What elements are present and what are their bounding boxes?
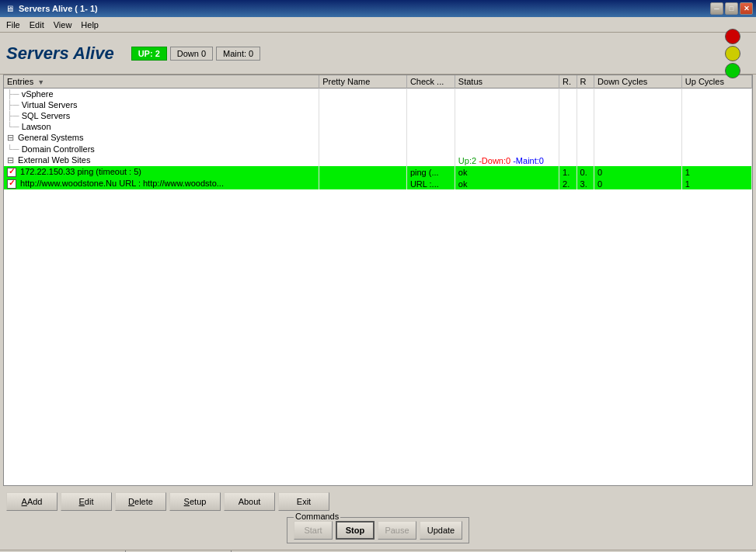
col-header-status[interactable]: Status	[455, 75, 559, 89]
about-button[interactable]: About	[224, 492, 275, 511]
status-badges: UP: 2 Down 0 Maint: 0	[131, 47, 261, 61]
sort-arrow-entries: ▼	[37, 78, 44, 86]
down-ping: 0	[594, 166, 682, 178]
r2-url: 3.	[577, 178, 594, 189]
status-ping: ok	[455, 166, 559, 178]
check-url: URL :...	[406, 178, 455, 189]
up-ping: 1	[681, 166, 751, 178]
toolbar: Servers Alive UP: 2 Down 0 Maint: 0	[0, 33, 756, 75]
badge-maint: Maint: 0	[216, 47, 260, 61]
commands-label: Commands	[294, 512, 340, 521]
stop-button[interactable]: Stop	[336, 521, 375, 540]
check-ping: ping (...	[406, 166, 455, 178]
checkbox-ping[interactable]	[7, 168, 16, 177]
traffic-light	[725, 29, 744, 78]
checkbox-url[interactable]	[7, 179, 16, 189]
tree-line-icon: ├─	[7, 89, 22, 99]
pretty-ping	[319, 166, 407, 178]
update-button[interactable]: Update	[420, 521, 462, 540]
col-header-down[interactable]: Down Cycles	[594, 75, 682, 89]
light-red	[725, 29, 740, 44]
edit-button[interactable]: Edit	[61, 492, 112, 511]
pause-button[interactable]: Pause	[378, 521, 416, 540]
col-header-check[interactable]: Check ...	[406, 75, 455, 89]
exit-button[interactable]: Exit	[278, 492, 329, 511]
start-button[interactable]: Start	[294, 521, 333, 540]
bottom-area: AAdd Edit Delete Setup About Exit Comman…	[0, 486, 756, 550]
menu-edit[interactable]: Edit	[25, 19, 49, 31]
col-header-up[interactable]: Up Cycles	[681, 75, 751, 89]
status-url: ok	[455, 178, 559, 189]
light-yellow	[725, 46, 740, 61]
group-status-maint: -Maint:0	[513, 156, 544, 165]
r2-ping: 0.	[577, 166, 594, 178]
group-domain: └─ Domain Controllers	[4, 144, 319, 154]
menu-file[interactable]: File	[2, 19, 25, 31]
menu-help[interactable]: Help	[76, 19, 103, 31]
col-header-entries[interactable]: Entries ▼	[4, 75, 319, 89]
table-row[interactable]: http://www.woodstone.Nu URL : http://www…	[4, 178, 752, 189]
close-button[interactable]: ✕	[740, 2, 753, 15]
badge-up: UP: 2	[131, 47, 167, 61]
pretty-url	[319, 178, 407, 189]
col-header-r2[interactable]: R	[577, 75, 594, 89]
group-sql: ├─ SQL Servers	[4, 110, 319, 121]
menu-bar: File Edit View Help	[0, 17, 756, 33]
group-lawson: └─ Lawson	[4, 121, 319, 132]
group-virtual: ├─ Virtual Servers	[4, 99, 319, 110]
r1-ping: 1.	[559, 166, 577, 178]
table-row[interactable]: ⊟ External Web Sites Up:2 -Down:0 -Maint…	[4, 154, 752, 166]
table-row[interactable]: ├─ Virtual Servers	[4, 99, 752, 110]
col-header-r1[interactable]: R.	[559, 75, 577, 89]
entry-url: http://www.woodstone.Nu URL : http://www…	[4, 178, 319, 189]
table-row[interactable]: └─ Domain Controllers	[4, 144, 752, 154]
collapse-icon[interactable]: ⊟	[7, 155, 16, 165]
window-controls: ─ □ ✕	[710, 2, 753, 15]
title-bar: 🖥 Servers Alive ( 1- 1) ─ □ ✕	[0, 0, 756, 17]
bottom-buttons: AAdd Edit Delete Setup About Exit	[6, 489, 750, 514]
tree-line-icon: ├─	[7, 111, 22, 120]
r1-url: 2.	[559, 178, 577, 189]
table-header-row: Entries ▼ Pretty Name Check ... Status R…	[4, 75, 752, 89]
data-table: Entries ▼ Pretty Name Check ... Status R…	[4, 75, 752, 189]
setup-button[interactable]: Setup	[169, 492, 221, 511]
tree-line-icon: └─	[7, 122, 22, 131]
main-table-area: Entries ▼ Pretty Name Check ... Status R…	[3, 75, 753, 486]
group-status-up: Up:2	[458, 156, 476, 165]
up-url: 1	[681, 178, 751, 189]
delete-button[interactable]: Delete	[115, 492, 166, 511]
collapse-icon[interactable]: ⊟	[7, 133, 16, 142]
window-title: Servers Alive ( 1- 1)	[19, 4, 707, 13]
tree-line-icon: ├─	[7, 100, 22, 109]
maximize-button[interactable]: □	[725, 2, 738, 15]
group-vsphere: ├─ vSphere	[4, 89, 319, 100]
group-general: ⊟ General Systems	[4, 132, 319, 144]
table-row[interactable]: ├─ SQL Servers	[4, 110, 752, 121]
table-row[interactable]: 172.22.150.33 ping (timeout : 5) ping (.…	[4, 166, 752, 178]
commands-group: Commands Start Stop Pause Update	[287, 517, 469, 543]
down-url: 0	[594, 178, 682, 189]
add-button[interactable]: AAdd	[6, 492, 57, 511]
minimize-button[interactable]: ─	[710, 2, 723, 15]
table-row[interactable]: ├─ vSphere	[4, 89, 752, 100]
col-header-pretty[interactable]: Pretty Name	[319, 75, 407, 89]
entry-ping: 172.22.150.33 ping (timeout : 5)	[4, 166, 319, 178]
group-status-down: -Down:0	[479, 156, 510, 165]
table-row[interactable]: └─ Lawson	[4, 121, 752, 132]
app-title: Servers Alive	[6, 43, 114, 64]
commands-buttons: Start Stop Pause Update	[294, 521, 462, 540]
group-external: ⊟ External Web Sites	[4, 154, 319, 166]
tree-line-icon: └─	[7, 144, 22, 154]
menu-view[interactable]: View	[49, 19, 77, 31]
app-icon: 🖥	[3, 2, 16, 15]
table-row[interactable]: ⊟ General Systems	[4, 132, 752, 144]
badge-down: Down 0	[170, 47, 213, 61]
